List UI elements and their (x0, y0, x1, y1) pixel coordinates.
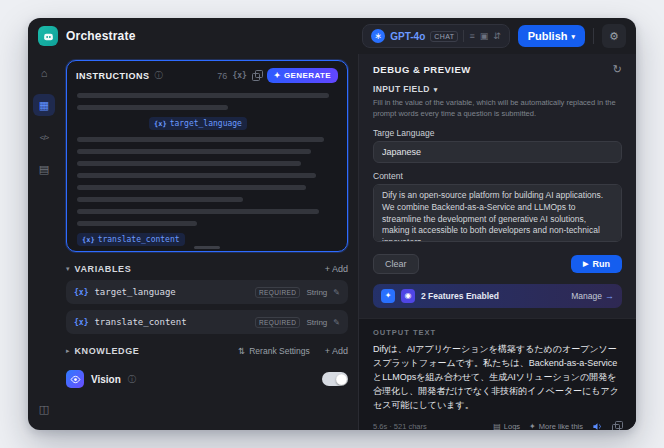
variable-row[interactable]: {x} target_language REQUIRED String ✎ (66, 280, 348, 304)
knowledge-title: KNOWLEDGE (75, 346, 140, 356)
vision-feature-row: Vision ⓘ (66, 370, 348, 388)
model-sort-icon[interactable]: ⇵ (493, 31, 501, 41)
text-to-speech-button[interactable] (592, 421, 603, 430)
sidebar-item-home[interactable]: ⌂ (33, 62, 55, 84)
instructions-body[interactable]: {x} target_language{x} translate_content (67, 87, 347, 251)
vision-icon (66, 370, 84, 388)
variable-type: String (306, 288, 327, 297)
eye-glyph (70, 374, 81, 385)
pill-divider (463, 30, 464, 42)
sidebar-collapse-button[interactable]: ◫ (33, 398, 55, 420)
rerank-settings-button[interactable]: ⇅ Rerank Settings (238, 346, 310, 356)
manage-label: Manage (571, 291, 602, 301)
logs-label: Logs (504, 422, 520, 430)
resize-handle[interactable] (194, 246, 220, 249)
sidebar-item-api-access[interactable]: </> (33, 126, 55, 148)
content-textarea[interactable]: Dify is an open-source platform for buil… (373, 184, 622, 242)
skeleton-bar (77, 105, 228, 110)
manage-features-button[interactable]: Manage → (571, 291, 614, 301)
info-icon: ⓘ (155, 70, 163, 81)
skeleton-bar (77, 221, 197, 226)
code-icon: </> (40, 133, 49, 142)
skeleton-bar (77, 209, 319, 214)
instructions-title: INSTRUCTIONS (76, 71, 150, 81)
publish-button[interactable]: Publish ▾ (518, 25, 585, 47)
instructions-header: INSTRUCTIONS ⓘ 76 {x} ✦ GENERATE (67, 61, 347, 87)
model-selector[interactable]: ∗ GPT-4o CHAT ≡ ▣ ⇵ (362, 24, 509, 48)
refresh-icon[interactable]: ↻ (613, 64, 622, 75)
features-enabled-bar[interactable]: ✦ ◉ 2 Features Enabled Manage → (373, 284, 622, 308)
variables-section: ▾ VARIABLES + Add {x} target_language RE… (66, 264, 348, 334)
output-meta: 5.6s · 521 chars (373, 422, 427, 430)
model-provider-icon: ∗ (371, 29, 385, 43)
edit-variable-icon[interactable]: ✎ (333, 318, 340, 327)
knowledge-section: ▸ KNOWLEDGE ⇅ Rerank Settings + Add (66, 346, 348, 356)
debug-panel: DEBUG & PREVIEW ↻ INPUT FIELD ▾ Fill in … (358, 54, 636, 430)
header-right: ∗ GPT-4o CHAT ≡ ▣ ⇵ Publish ▾ ⚙ (362, 24, 626, 48)
vision-label: Vision (91, 374, 121, 385)
input-field-label: INPUT FIELD (373, 84, 430, 94)
vision-toggle[interactable] (322, 372, 348, 386)
required-badge: REQUIRED (255, 287, 301, 298)
skeleton-bar (77, 137, 324, 142)
generate-button[interactable]: ✦ GENERATE (267, 68, 338, 83)
home-icon: ⌂ (41, 67, 48, 79)
variable-icon: {x} (74, 288, 88, 297)
add-variable-button[interactable]: + Add (325, 264, 348, 274)
app-window: Orchestrate ∗ GPT-4o CHAT ≡ ▣ ⇵ Publish … (28, 18, 636, 430)
rerank-icon: ⇅ (238, 346, 245, 356)
variables-title: VARIABLES (75, 264, 132, 274)
model-grid-icon[interactable]: ▣ (480, 31, 489, 41)
more-like-this-label: More like this (539, 422, 583, 430)
logs-icon: ▤ (493, 422, 501, 430)
sidebar-rail: ⌂ ▦ </> ▤ ◫ (28, 54, 60, 430)
debug-header: DEBUG & PREVIEW ↻ (373, 64, 622, 75)
skeleton-bar (77, 161, 301, 166)
model-params-icon[interactable]: ≡ (469, 31, 474, 41)
target-language-input[interactable] (373, 141, 622, 163)
toggle-knob (336, 374, 347, 385)
feature-more-icon: ◉ (401, 289, 415, 303)
run-button[interactable]: ▶ Run (571, 255, 622, 273)
model-mode-badge: CHAT (430, 31, 458, 42)
skeleton-bar (77, 93, 329, 98)
knowledge-header[interactable]: ▸ KNOWLEDGE ⇅ Rerank Settings + Add (66, 346, 348, 356)
sparkle-icon: ✦ (529, 422, 536, 430)
model-name: GPT-4o (390, 31, 425, 42)
logs-button[interactable]: ▤ Logs (493, 422, 520, 430)
debug-actions: Clear ▶ Run (373, 254, 622, 274)
input-field-description: Fill in the value of the variable, which… (373, 98, 622, 120)
sparkle-icon: ✦ (274, 71, 281, 80)
variable-row[interactable]: {x} translate_content REQUIRED String ✎ (66, 310, 348, 334)
variable-token[interactable]: {x} translate_content (77, 233, 185, 246)
instructions-panel[interactable]: INSTRUCTIONS ⓘ 76 {x} ✦ GENERATE {x} tar… (66, 60, 348, 252)
variable-name: target_language (94, 287, 175, 297)
chevron-down-icon: ▾ (434, 86, 438, 93)
dify-logo-icon[interactable] (38, 26, 58, 46)
input-field-header[interactable]: INPUT FIELD ▾ (373, 84, 622, 94)
sidebar-item-orchestrate[interactable]: ▦ (33, 94, 55, 116)
output-actions: ▤ Logs ✦ More like this (493, 421, 622, 430)
insert-variable-icon[interactable]: {x} (232, 71, 246, 80)
add-knowledge-button[interactable]: + Add (325, 346, 348, 356)
arrow-right-icon: → (605, 291, 614, 301)
output-footer: 5.6s · 521 chars ▤ Logs ✦ More like this (373, 421, 622, 430)
copy-icon[interactable] (252, 70, 262, 81)
variables-header[interactable]: ▾ VARIABLES + Add (66, 264, 348, 274)
clear-button[interactable]: Clear (373, 254, 419, 274)
play-icon: ▶ (583, 260, 588, 268)
robot-glyph (42, 30, 55, 43)
settings-button[interactable]: ⚙ (602, 24, 626, 48)
variable-token[interactable]: {x} target_language (149, 117, 247, 130)
edit-variable-icon[interactable]: ✎ (333, 288, 340, 297)
chevron-down-icon: ▾ (66, 265, 70, 273)
publish-label: Publish (528, 30, 568, 42)
gear-icon: ⚙ (609, 30, 619, 43)
generate-label: GENERATE (284, 71, 331, 80)
panel-icon: ◫ (39, 403, 49, 416)
variable-name: translate_content (94, 317, 186, 327)
run-label: Run (593, 259, 611, 269)
more-like-this-button[interactable]: ✦ More like this (529, 422, 583, 430)
copy-output-button[interactable] (612, 421, 622, 430)
sidebar-item-logs[interactable]: ▤ (33, 158, 55, 180)
